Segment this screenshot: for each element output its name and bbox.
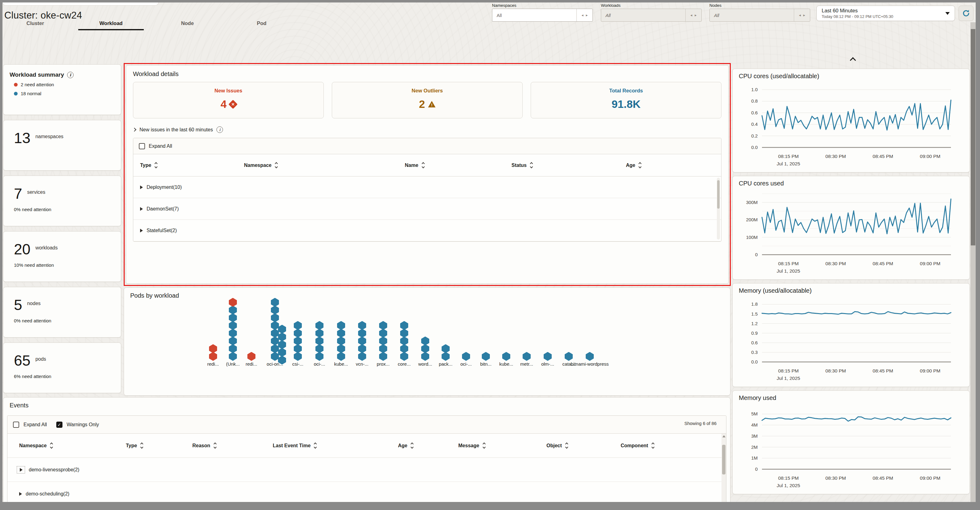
pod-dot-normal[interactable] xyxy=(278,340,286,349)
events-column-header-component[interactable]: Component xyxy=(620,443,726,448)
events-column-header-reason[interactable]: Reason xyxy=(192,443,273,448)
pod-dot-normal[interactable] xyxy=(271,321,279,330)
pod-dot-normal[interactable] xyxy=(337,344,345,353)
pod-dot-normal[interactable] xyxy=(271,344,279,353)
pod-dot-normal[interactable] xyxy=(565,352,573,361)
time-range-selector[interactable]: Last 60 Minutes Today 08:12 PM - 09:12 P… xyxy=(816,6,955,21)
pod-dot-normal[interactable] xyxy=(229,329,237,338)
filter-combobox-namespaces[interactable]: All◂▸ xyxy=(492,9,593,22)
sort-icon[interactable] xyxy=(155,162,157,168)
pod-dot-normal[interactable] xyxy=(229,337,237,346)
workload-table-scrollbar[interactable] xyxy=(717,178,720,240)
pod-dot-normal[interactable] xyxy=(482,352,490,361)
pod-dot-normal[interactable] xyxy=(586,352,594,361)
pod-dot-normal[interactable] xyxy=(358,344,366,353)
pod-dot-normal[interactable] xyxy=(502,352,510,361)
pod-dot-normal[interactable] xyxy=(442,344,450,353)
pod-dot-normal[interactable] xyxy=(337,321,345,330)
pod-dot-normal[interactable] xyxy=(544,352,552,361)
expand-all-checkbox[interactable] xyxy=(139,143,145,149)
pod-dot-normal[interactable] xyxy=(294,344,302,353)
pod-dot-normal[interactable] xyxy=(229,321,237,330)
events-column-header-message[interactable]: Message xyxy=(458,443,546,448)
pod-dot-normal[interactable] xyxy=(271,329,279,338)
pod-dot-normal[interactable] xyxy=(229,306,237,315)
pod-dot-normal[interactable] xyxy=(379,352,387,361)
events-column-header-namespace[interactable]: Namespace xyxy=(19,443,126,448)
sort-icon[interactable] xyxy=(566,443,568,448)
sort-icon[interactable] xyxy=(411,443,413,448)
table-row[interactable]: StatefulSet(2) xyxy=(133,220,721,241)
pod-dot-normal[interactable] xyxy=(462,352,470,361)
pod-dot-normal[interactable] xyxy=(271,306,279,315)
pod-dot-normal[interactable] xyxy=(400,321,408,330)
events-column-header-last-event-time[interactable]: Last Event Time xyxy=(273,443,398,448)
sort-icon[interactable] xyxy=(214,443,216,448)
sort-icon[interactable] xyxy=(275,162,277,168)
combobox-stepper[interactable]: ◂▸ xyxy=(794,9,810,21)
stat-card-new-outliers[interactable]: New Outliers2! xyxy=(332,82,523,118)
tab-cluster[interactable]: Cluster xyxy=(3,19,68,30)
sort-icon[interactable] xyxy=(50,443,52,448)
pod-dot-normal[interactable] xyxy=(379,344,387,353)
sidebar-stat-card-nodes[interactable]: 5nodes0% need attention xyxy=(3,287,121,337)
refresh-button[interactable] xyxy=(959,6,974,21)
pod-dot-normal[interactable] xyxy=(229,352,237,361)
sidebar-stat-card-workloads[interactable]: 20workloads10% need attention xyxy=(3,231,121,282)
tab-node[interactable]: Node xyxy=(154,19,220,30)
pod-dot-normal[interactable] xyxy=(294,337,302,346)
pod-dot-normal[interactable] xyxy=(271,298,279,307)
pod-dot-normal[interactable] xyxy=(278,325,286,334)
pod-dot-normal[interactable] xyxy=(278,348,286,357)
pod-dot-normal[interactable] xyxy=(523,352,531,361)
column-header-name[interactable]: Name xyxy=(405,162,511,168)
events-row[interactable]: demo-scheduling(2) xyxy=(8,482,726,502)
sidebar-stat-card-services[interactable]: 7services0% need attention xyxy=(3,176,121,226)
pod-dot-normal[interactable] xyxy=(358,337,366,346)
events-column-header-type[interactable]: Type xyxy=(126,443,192,448)
sort-icon[interactable] xyxy=(530,162,533,168)
pod-dot-normal[interactable] xyxy=(379,337,387,346)
expand-row-icon[interactable] xyxy=(140,229,143,232)
pod-dot-normal[interactable] xyxy=(400,352,408,361)
page-scrollbar-thumb[interactable] xyxy=(971,29,975,245)
pod-dot-normal[interactable] xyxy=(400,337,408,346)
expand-row-icon[interactable] xyxy=(19,492,22,496)
pod-dot-normal[interactable] xyxy=(315,337,323,346)
pod-dot-normal[interactable] xyxy=(358,352,366,361)
pod-dot-normal[interactable] xyxy=(358,321,366,330)
tab-workload[interactable]: Workload xyxy=(78,19,144,30)
pod-dot-normal[interactable] xyxy=(400,329,408,338)
expand-row-icon[interactable] xyxy=(140,207,143,211)
expand-row-icon[interactable] xyxy=(140,186,143,189)
events-column-header-age[interactable]: Age xyxy=(398,443,458,448)
column-header-type[interactable]: Type xyxy=(140,162,244,168)
pod-dot-normal[interactable] xyxy=(229,344,237,353)
pod-dot-normal[interactable] xyxy=(271,313,279,323)
pod-dot-attention[interactable] xyxy=(209,344,217,353)
pod-dot-attention[interactable] xyxy=(247,352,255,361)
warnings-only-checkbox[interactable]: ✓ xyxy=(56,422,62,428)
sort-icon[interactable] xyxy=(483,443,485,448)
pod-dot-normal[interactable] xyxy=(379,321,387,330)
pod-dot-normal[interactable] xyxy=(315,321,323,330)
events-expand-all-checkbox[interactable] xyxy=(13,422,19,428)
info-icon[interactable]: i xyxy=(216,126,223,133)
sort-icon[interactable] xyxy=(652,443,654,448)
filter-combobox-nodes[interactable]: All◂▸ xyxy=(710,9,810,22)
events-scrollbar[interactable] xyxy=(721,434,726,502)
pod-dot-normal[interactable] xyxy=(278,332,286,342)
pod-dot-normal[interactable] xyxy=(337,352,345,361)
pod-dot-normal[interactable] xyxy=(421,352,429,361)
pod-dot-normal[interactable] xyxy=(315,352,323,361)
pod-dot-normal[interactable] xyxy=(294,329,302,338)
pod-dot-normal[interactable] xyxy=(358,329,366,338)
sort-icon[interactable] xyxy=(639,162,641,168)
events-row[interactable]: demo-livenessprobe(2) xyxy=(8,458,726,482)
sort-icon[interactable] xyxy=(314,443,317,448)
table-row[interactable]: DaemonSet(7) xyxy=(133,198,721,220)
pod-dot-normal[interactable] xyxy=(337,329,345,338)
column-header-status[interactable]: Status xyxy=(511,162,626,168)
pod-dot-normal[interactable] xyxy=(337,337,345,346)
stat-card-total-records[interactable]: Total Records91.8K xyxy=(531,82,721,118)
